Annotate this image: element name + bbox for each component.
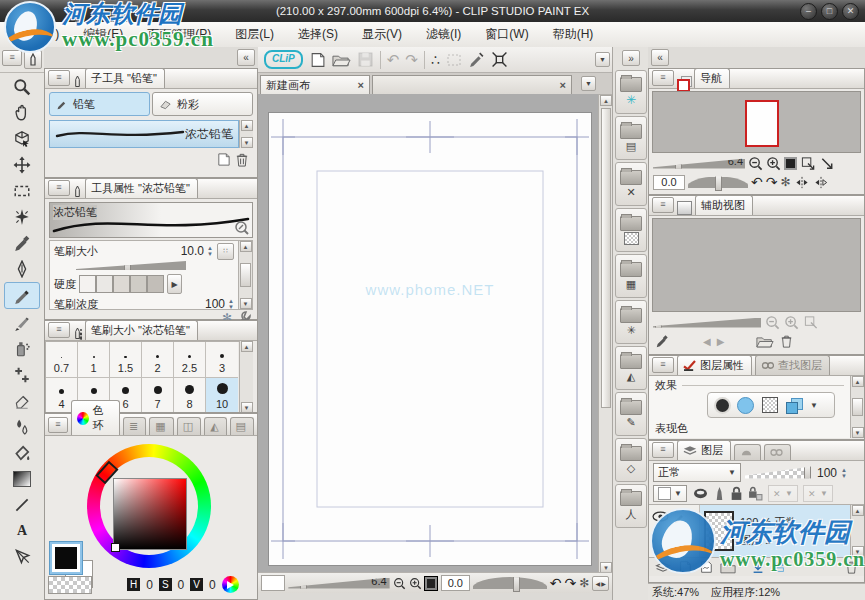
subview-tab[interactable]: 辅助视图	[695, 195, 753, 215]
material-effect-lines-button[interactable]: ✳	[615, 300, 647, 344]
combine-to-lower-icon[interactable]	[772, 560, 786, 574]
material-manga-button[interactable]: ✕	[615, 162, 647, 206]
opacity-value[interactable]: 100	[817, 466, 837, 480]
rotate-left-icon[interactable]: ↶	[550, 575, 562, 591]
color-mixing-tab[interactable]: ▤	[230, 417, 254, 435]
layers-tab[interactable]: 图层	[677, 440, 731, 460]
tool-frame-border[interactable]	[5, 544, 39, 569]
clear-selection-pen-icon[interactable]	[468, 51, 485, 68]
tool-zoom[interactable]	[5, 74, 39, 99]
snap-dots-icon[interactable]: ∴	[431, 52, 440, 68]
hardness-expand-icon[interactable]: ▶	[167, 274, 182, 294]
collapse-right-dock-button[interactable]: «	[651, 49, 669, 66]
h-value[interactable]: 0	[146, 578, 153, 592]
layerprop-scrollbar[interactable]: ▲ ▼	[850, 376, 864, 438]
tool-gradient[interactable]	[5, 466, 39, 491]
subview-zoom-out-icon[interactable]	[765, 315, 780, 330]
rotate-right-icon[interactable]: ↷	[565, 575, 577, 591]
nav-flip-vertical-icon[interactable]	[813, 175, 829, 190]
layer-thumbnail[interactable]	[704, 511, 734, 551]
subview-menu-button[interactable]: ≡	[652, 197, 674, 213]
navigator-zoom-slider[interactable]: 6.4	[653, 159, 745, 169]
canvas-tab-active[interactable]: 新建画布 ×	[260, 75, 370, 94]
tool-fill[interactable]	[5, 440, 39, 465]
material-frame-template-button[interactable]: ▦	[615, 254, 647, 298]
color-history-tab[interactable]: ◭	[204, 417, 226, 435]
hscroll-arrows[interactable]: ◀▶	[592, 576, 609, 591]
nav-zoom-in-icon[interactable]	[766, 156, 781, 171]
deselect-icon[interactable]	[446, 52, 462, 68]
transfer-to-lower-icon[interactable]	[751, 560, 765, 574]
open-file-icon[interactable]	[332, 52, 351, 68]
tool-figure[interactable]	[5, 492, 39, 517]
tool-marquee[interactable]	[5, 178, 39, 203]
subtool-detail-wrench-icon[interactable]	[234, 220, 250, 236]
brushsize-title-tab[interactable]: 笔刷大小 "浓芯铅笔"	[85, 320, 198, 340]
toolbar-menu-button[interactable]: ≡	[2, 50, 22, 66]
material-3d-button[interactable]: ◇	[615, 438, 647, 482]
close-button[interactable]: ✕	[842, 3, 859, 20]
brushsize-scrollbar[interactable]: ▲ ▼	[239, 341, 253, 413]
set-as-reference-button[interactable]: ✕▼	[768, 485, 798, 502]
new-vector-layer-icon[interactable]	[699, 560, 713, 574]
navigator-tab[interactable]: 导航	[694, 68, 730, 88]
brush-size-value[interactable]: 10.0	[181, 244, 204, 258]
density-spinner[interactable]: ▲▼	[228, 298, 234, 309]
subview-prev-icon[interactable]: ◀	[703, 336, 711, 347]
brush-size-1[interactable]: 1	[78, 342, 110, 378]
canvas-zoom-slider[interactable]: 6.4	[288, 578, 389, 589]
zoom-out-icon[interactable]	[393, 576, 406, 591]
menu-window[interactable]: 窗口(W)	[473, 23, 540, 46]
scroll-down-icon[interactable]: ▼	[241, 402, 253, 413]
layer-name[interactable]: 图层 1	[740, 533, 796, 548]
close-tab-icon[interactable]: ×	[560, 79, 566, 91]
color-set-tab[interactable]: ▦	[149, 417, 173, 435]
subtool-scrollbar[interactable]: ▲ ▼	[239, 120, 253, 148]
v-value[interactable]: 0	[209, 578, 216, 592]
subview-eyedropper-icon[interactable]	[655, 334, 669, 348]
scroll-down-icon[interactable]: ▼	[852, 427, 864, 438]
tool-text[interactable]: A	[5, 518, 39, 543]
canvas-viewport[interactable]: www.phome.NET	[258, 94, 598, 572]
new-raster-layer-icon[interactable]	[678, 560, 692, 574]
close-tab-icon[interactable]: ×	[358, 79, 364, 91]
menu-layer[interactable]: 图层(L)	[223, 23, 286, 46]
subtool-menu-button[interactable]: ≡	[48, 70, 70, 86]
tool-eyedropper[interactable]	[5, 230, 39, 255]
subview-zoom-slider[interactable]	[653, 318, 761, 328]
subview-fit-icon[interactable]	[803, 315, 819, 330]
undo-icon[interactable]: ↶	[387, 51, 400, 69]
color-menu-button[interactable]: ≡	[48, 417, 68, 433]
brush-size-8[interactable]: 8	[174, 378, 206, 413]
all-layers-icon[interactable]	[655, 562, 671, 573]
navigator-preview[interactable]	[652, 91, 861, 153]
zoom-preset-box[interactable]	[261, 575, 285, 591]
minimize-button[interactable]: –	[800, 3, 817, 20]
nav-rotate-right-icon[interactable]: ↷	[766, 174, 778, 190]
tool-move[interactable]	[5, 152, 39, 177]
animation-tab[interactable]	[764, 444, 791, 460]
nav-reset-rotate-icon[interactable]: ✻	[780, 175, 790, 189]
lock-layer-icon[interactable]	[730, 486, 743, 501]
brush-size-2[interactable]: 2	[142, 342, 174, 378]
tool-eraser[interactable]	[5, 388, 39, 413]
material-tone-button[interactable]	[615, 208, 647, 252]
hardness-selector[interactable]	[79, 275, 164, 293]
menu-edit[interactable]: 编辑(E)	[71, 23, 135, 46]
subview-open-icon[interactable]	[756, 335, 774, 348]
draft-layer-icon[interactable]	[714, 486, 725, 501]
scroll-down-icon[interactable]: ▼	[852, 546, 864, 557]
color-wheel-tab[interactable]: 色环	[71, 400, 120, 435]
scroll-up-icon[interactable]: ▲	[852, 376, 864, 387]
menu-view[interactable]: 显示(V)	[350, 23, 414, 46]
density-value[interactable]: 100	[205, 297, 225, 309]
layer-property-tab[interactable]: 图层属性	[677, 355, 752, 375]
clip-studio-button[interactable]: CLiP	[264, 50, 303, 69]
tab-list-dropdown-icon[interactable]: ▼	[581, 76, 596, 91]
tool-brush[interactable]	[5, 310, 39, 335]
brush-size-slider[interactable]	[76, 261, 186, 270]
scroll-up-icon[interactable]: ▲	[240, 241, 252, 252]
brushsize-menu-button[interactable]: ≡	[48, 322, 70, 338]
nav-fit-icon[interactable]	[784, 157, 797, 170]
canvas-tab-2[interactable]: ×	[372, 75, 572, 94]
